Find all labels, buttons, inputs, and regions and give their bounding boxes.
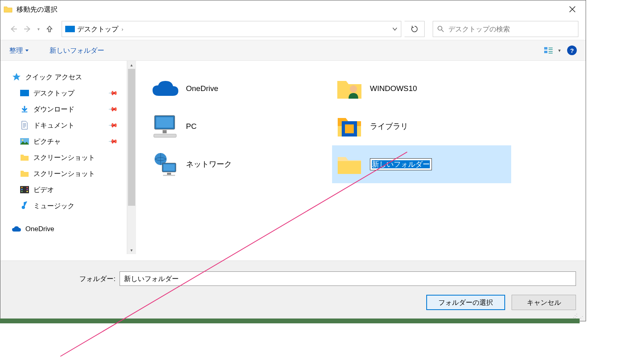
tile-pc[interactable]: PC [148,108,327,145]
toolbar: 整理 新しいフォルダー ▼ ? [0,40,586,61]
annotation-bar [0,319,580,323]
tile-libraries[interactable]: ライブラリ [332,108,511,145]
svg-rect-21 [163,130,167,133]
music-icon [20,201,29,210]
desktop-icon [65,26,75,32]
new-folder-button[interactable]: 新しいフォルダー [50,46,104,55]
svg-rect-16 [27,189,28,190]
svg-rect-1 [544,47,547,50]
svg-rect-12 [21,187,23,188]
scroll-down-icon[interactable]: ▾ [127,246,136,254]
tree-item-documents[interactable]: ドキュメント 📌 [12,117,124,133]
tree-label: ダウンロード [33,105,74,114]
bottom-panel: フォルダー: フォルダーの選択 キャンセル ⋰⋰⋰ [0,261,586,321]
svg-rect-2 [544,51,547,53]
tile-label: OneDrive [186,84,218,93]
tree-quick-access[interactable]: クイック アクセス [12,69,124,85]
tile-user[interactable]: WINDOWS10 [332,70,511,108]
tree-label: ピクチャ [33,137,61,146]
svg-rect-22 [154,134,176,137]
search-icon [437,25,444,33]
nav-row: ▾ デスクトップ › デスクトップの検索 [0,18,586,40]
tree-item-screenshots-2[interactable]: スクリーンショット [12,165,124,182]
chevron-right-icon: › [122,26,123,32]
tile-label: PC [186,122,196,131]
folder-name-label: フォルダー: [10,274,120,283]
file-list[interactable]: OneDrive WINDOWS10 PC ライブラリ ネットワーク 新しいフォ… [136,61,586,254]
cancel-button[interactable]: キャンセル [512,295,576,310]
up-button[interactable] [44,23,55,35]
tree-label: スクリーンショット [33,169,95,178]
tree-item-videos[interactable]: ビデオ [12,182,124,198]
close-button[interactable] [562,2,582,17]
tree-item-downloads[interactable]: ダウンロード 📌 [12,101,124,117]
folder-icon [20,169,29,178]
address-bar[interactable]: デスクトップ › [62,21,401,37]
tree-label: ドキュメント [33,121,74,130]
folder-icon [334,151,364,177]
tree-item-pictures[interactable]: ピクチャ 📌 [12,133,124,149]
svg-rect-13 [21,189,23,190]
tile-new-folder[interactable]: 新しいフォルダー [332,145,511,183]
onedrive-icon [151,76,180,101]
address-expand-icon[interactable] [392,26,398,32]
svg-rect-8 [22,112,27,112]
tile-label: ネットワーク [186,159,232,170]
rename-input[interactable]: 新しいフォルダー [370,158,432,170]
forward-button[interactable] [22,23,33,35]
libraries-icon [334,114,364,139]
pin-icon: 📌 [108,104,118,114]
recent-dropdown-icon[interactable]: ▾ [37,27,40,32]
dialog-title: 移動先の選択 [17,5,562,14]
star-icon [12,72,21,81]
svg-rect-7 [20,90,29,96]
view-options-button[interactable]: ▼ [544,46,561,54]
user-folder-icon [334,76,364,101]
help-button[interactable]: ? [567,46,577,55]
tile-onedrive[interactable]: OneDrive [148,70,327,108]
svg-point-0 [438,26,442,30]
scroll-up-icon[interactable]: ▴ [127,61,136,69]
tree-label: スクリーンショット [33,153,95,162]
tile-label: ライブラリ [370,121,408,132]
folder-name-input[interactable] [120,271,576,286]
svg-rect-28 [163,164,175,171]
pc-icon [151,114,180,139]
search-input[interactable]: デスクトップの検索 [433,21,578,37]
nav-tree: クイック アクセス デスクトップ 📌 ダウンロード 📌 ドキュメント 📌 ピクチ… [0,61,127,254]
pin-icon: 📌 [108,120,118,130]
address-text: デスクトップ [77,25,118,34]
select-folder-button[interactable]: フォルダーの選択 [426,295,505,310]
body: クイック アクセス デスクトップ 📌 ダウンロード 📌 ドキュメント 📌 ピクチ… [0,61,586,254]
svg-rect-20 [156,117,173,128]
svg-rect-17 [27,191,28,192]
tree-label: クイック アクセス [25,72,82,82]
tree-label: ビデオ [33,185,54,194]
network-icon [151,151,180,177]
tree-label: ミュージック [33,201,74,211]
folder-icon [20,153,29,162]
tree-scrollbar[interactable]: ▴ ▾ [127,61,136,254]
tree-label: OneDrive [25,225,54,233]
pictures-icon [20,137,29,146]
tree-label: デスクトップ [33,89,74,98]
pin-icon: 📌 [108,136,118,147]
svg-rect-25 [345,124,354,133]
tile-label: WINDOWS10 [370,84,417,93]
video-icon [20,185,29,194]
tree-onedrive[interactable]: OneDrive [12,221,124,237]
scroll-thumb[interactable] [128,69,135,206]
titlebar: 移動先の選択 [0,0,586,18]
organize-button[interactable]: 整理 [9,46,29,55]
svg-rect-14 [21,191,23,192]
onedrive-icon [12,225,21,234]
tree-item-screenshots-1[interactable]: スクリーンショット [12,149,124,165]
tree-item-music[interactable]: ミュージック [12,198,124,214]
svg-rect-30 [163,175,175,176]
back-button[interactable] [8,23,19,35]
tile-network[interactable]: ネットワーク [148,145,327,183]
desktop-icon [20,89,29,97]
refresh-button[interactable] [405,21,425,37]
search-placeholder: デスクトップの検索 [448,25,510,34]
tree-item-desktop[interactable]: デスクトップ 📌 [12,85,124,101]
